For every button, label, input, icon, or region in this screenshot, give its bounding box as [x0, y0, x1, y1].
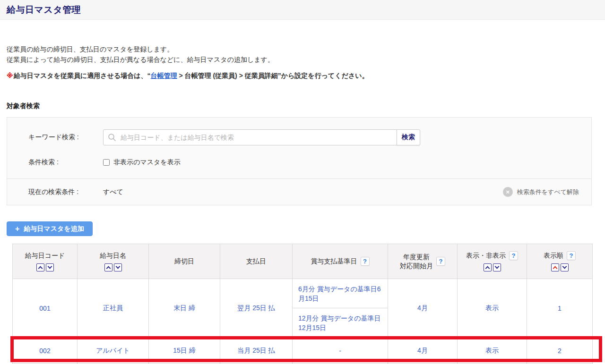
show-hidden-masters-checkbox-wrap[interactable]: 非表示のマスタを表示 [103, 158, 181, 167]
cell-closing-date[interactable]: 末日 締 [149, 279, 220, 338]
chevron-down-icon [47, 264, 52, 269]
cell-payday-code[interactable]: 002 [13, 338, 78, 364]
keyword-search-input[interactable] [103, 129, 397, 145]
bonus-entry-december[interactable]: 12月分 賞与データの基準日12月15日 [293, 308, 388, 338]
help-icon[interactable]: ? [509, 251, 518, 260]
current-conditions-label: 現在の検索条件 : [28, 188, 103, 196]
cell-visibility[interactable]: 表示 [458, 279, 527, 338]
cell-payment-date[interactable]: 当月 25日 払 [220, 338, 293, 364]
chevron-down-icon [562, 264, 567, 269]
sort-desc-button[interactable] [46, 263, 54, 271]
sort-desc-button[interactable] [493, 263, 501, 271]
header-payday-code: 給与日コード [13, 244, 78, 279]
header-closing-date: 締切日 [149, 244, 220, 279]
description-line-1: 従業員の給与の締切日、支払日のマスタを登録します。 [7, 44, 598, 54]
sort-asc-button-active[interactable] [551, 263, 559, 271]
keyword-search-row: キーワード検索 : 検索 [7, 118, 591, 145]
header-payday-code-label: 給与日コード [15, 252, 75, 260]
chevron-up-icon [38, 266, 43, 271]
search-button[interactable]: 検索 [397, 129, 420, 145]
payday-master-table: 給与日コード 給与日名 締切日 支払日 [12, 244, 593, 364]
sort-asc-button[interactable] [36, 263, 44, 271]
cell-closing-date[interactable]: 15日 締 [149, 338, 220, 364]
visibility-sort-controls [459, 263, 525, 271]
sort-asc-button[interactable] [484, 263, 492, 271]
cell-visibility[interactable]: 表示 [458, 338, 527, 364]
description-line-2: 従業員によって給与の締切日、支払日が異なる場合などに、給与日マスタの追加します。 [7, 54, 598, 65]
search-section-title: 対象者検索 [7, 102, 598, 110]
search-icon [108, 133, 116, 142]
current-conditions-row: 現在の検索条件 : すべて × 検索条件をすべて解除 [7, 179, 591, 197]
chevron-up-icon [106, 266, 111, 271]
table-row[interactable]: 001 正社員 末日 締 翌月 25日 払 6月分 賞与データの基準日6月15日… [13, 279, 593, 338]
page: 給与日マスタ管理 従業員の給与の締切日、支払日のマスタを登録します。 従業員によ… [0, 0, 605, 364]
condition-search-row: 条件検索 : 非表示のマスタを表示 [7, 158, 591, 167]
bonus-entry-june[interactable]: 6月分 賞与データの基準日6月15日 [293, 279, 388, 308]
header-bonus-base-date-label: 賞与支払基準日 [311, 257, 357, 266]
header-visibility-label: 表示・非表示 [466, 252, 506, 260]
display-order-sort-controls [529, 263, 590, 271]
show-hidden-masters-checkbox[interactable] [103, 159, 110, 166]
keyword-input-wrap: 検索 [103, 129, 420, 145]
header-display-order: 表示順 ? [527, 244, 593, 279]
cell-display-order[interactable]: 1 [527, 279, 593, 338]
cell-annual-update-month[interactable]: 4月 [388, 279, 458, 338]
ledger-management-link[interactable]: 台帳管理 [151, 72, 177, 79]
header-annual-update-line2: 対応開始月 [400, 262, 433, 270]
header-bonus-base-date: 賞与支払基準日 ? [293, 244, 388, 279]
condition-search-label: 条件検索 : [28, 158, 103, 167]
main-content: 従業員の給与の締切日、支払日のマスタを登録します。 従業員によって給与の締切日、… [0, 44, 605, 364]
payday-code-sort-controls [15, 263, 75, 271]
cell-annual-update-month[interactable]: 4月 [388, 338, 458, 364]
cell-payday-name[interactable]: アルバイト [78, 338, 149, 364]
cell-payday-name[interactable]: 正社員 [78, 279, 149, 338]
cell-payday-code[interactable]: 001 [13, 279, 78, 338]
cell-bonus-base-dates[interactable]: - [293, 338, 388, 364]
header-visibility: 表示・非表示 ? [458, 244, 527, 279]
add-payday-master-button[interactable]: + 給与日マスタを追加 [7, 221, 93, 236]
clear-all-conditions-label: 検索条件をすべて解除 [517, 188, 579, 196]
payday-name-sort-controls [79, 263, 147, 271]
page-description: 従業員の給与の締切日、支払日のマスタを登録します。 従業員によって給与の締切日、… [7, 44, 598, 65]
cell-payment-date[interactable]: 翌月 25日 払 [220, 279, 293, 338]
header-payday-name-label: 給与日名 [79, 252, 147, 260]
table-header-row: 給与日コード 給与日名 締切日 支払日 [13, 244, 593, 279]
header-display-order-label: 表示順 [544, 252, 563, 260]
header-annual-update-line1: 年度更新 [403, 253, 430, 261]
current-conditions-value: すべて [103, 188, 123, 196]
sort-asc-button[interactable] [104, 263, 112, 271]
show-hidden-masters-label: 非表示のマスタを表示 [113, 158, 181, 167]
table-row[interactable]: 002 アルバイト 15日 締 当月 25日 払 - 4月 表示 2 [13, 338, 593, 364]
plus-icon: + [15, 225, 19, 233]
note-text-after-link: > 台帳管理 (従業員) > 従業員詳細”から設定を行ってください。 [177, 72, 369, 79]
help-icon[interactable]: ? [567, 251, 576, 260]
header-payday-name: 給与日名 [78, 244, 149, 279]
header-annual-update-start-month: 年度更新 対応開始月 ? [388, 244, 458, 279]
cell-display-order[interactable]: 2 [527, 338, 593, 364]
header-payment-date: 支払日 [220, 244, 293, 279]
chevron-down-icon [115, 264, 120, 269]
note-line: ※給与日マスタを従業員に適用させる場合は、“台帳管理 > 台帳管理 (従業員) … [7, 72, 598, 80]
cell-bonus-base-dates[interactable]: 6月分 賞与データの基準日6月15日 12月分 賞与データの基準日12月15日 [293, 279, 388, 338]
note-text-before-link: 給与日マスタを従業員に適用させる場合は、“ [14, 72, 151, 79]
clear-all-conditions-button[interactable]: × 検索条件をすべて解除 [503, 187, 579, 197]
chevron-up-icon [485, 266, 490, 271]
help-icon[interactable]: ? [361, 257, 370, 266]
sort-desc-button[interactable] [561, 263, 569, 271]
help-icon[interactable]: ? [436, 257, 445, 266]
add-payday-master-label: 給与日マスタを追加 [24, 225, 84, 233]
page-title: 給与日マスタ管理 [7, 4, 81, 16]
clear-circle-x-icon[interactable]: × [503, 187, 513, 197]
search-panel: キーワード検索 : 検索 条件検索 : 非表示のマスタを表示 [7, 117, 592, 205]
sort-desc-button[interactable] [114, 263, 122, 271]
title-bar: 給与日マスタ管理 [0, 0, 605, 20]
keyword-search-label: キーワード検索 : [28, 133, 103, 142]
note-asterisk-icon: ※ [7, 72, 13, 79]
chevron-up-icon [553, 266, 557, 271]
chevron-down-icon [494, 264, 499, 269]
